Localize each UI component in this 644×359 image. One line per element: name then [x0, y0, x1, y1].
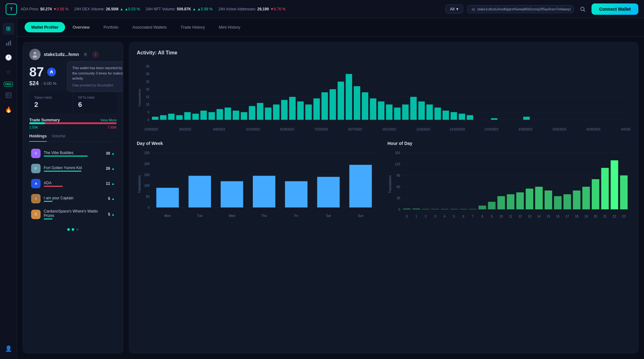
svg-text:250: 250 — [144, 151, 150, 155]
svg-point-9 — [34, 52, 36, 54]
svg-text:30: 30 — [397, 196, 400, 200]
svg-text:2: 2 — [425, 215, 427, 218]
svg-rect-29 — [168, 114, 175, 120]
svg-rect-97 — [156, 188, 179, 207]
connect-wallet-button[interactable]: Connect Wallet — [591, 3, 638, 15]
nft-held-value: 6 — [78, 101, 112, 109]
svg-text:50: 50 — [146, 195, 150, 198]
activity-panel: Activity: All Time 051015202530351/29/20… — [129, 42, 638, 353]
svg-text:14: 14 — [537, 215, 541, 218]
svg-text:Tue: Tue — [197, 214, 203, 218]
wallet-score: 87 — [29, 64, 44, 80]
svg-text:2/18/2023: 2/18/2023 — [518, 128, 532, 131]
tab-associated-wallets[interactable]: Associated Wallets — [126, 22, 173, 32]
svg-text:3/25/2023: 3/25/2023 — [552, 128, 567, 131]
page-dot-2[interactable] — [72, 228, 74, 231]
nav-tabs: Wallet Profiler Overview Portfolio Assoc… — [17, 18, 644, 36]
trade-summary-title: Trade Summary — [29, 118, 60, 122]
pagination-dots — [29, 226, 117, 231]
search-button[interactable] — [578, 4, 588, 14]
svg-text:6: 6 — [463, 215, 464, 218]
svg-text:11: 11 — [509, 215, 513, 218]
svg-text:Mon: Mon — [164, 214, 171, 218]
page-dot-1[interactable] — [67, 228, 70, 231]
list-item[interactable]: C CardanoSpace's Where's Waldo Prizes 5 … — [29, 207, 117, 222]
svg-rect-31 — [184, 112, 191, 120]
list-item[interactable]: V The Vibe Buddies 30 ▲ — [29, 146, 117, 161]
topbar: T ADA Price: $0.274 ▼0.56 % 24H DEX Volu… — [0, 0, 644, 18]
svg-text:3: 3 — [434, 215, 436, 218]
network-selector[interactable]: All ▾ — [445, 4, 463, 14]
svg-rect-146 — [611, 160, 618, 209]
svg-rect-134 — [497, 196, 505, 209]
svg-text:1: 1 — [415, 215, 417, 218]
wallet-price: $24 — [29, 80, 39, 87]
svg-rect-128 — [441, 209, 448, 209]
view-more-link[interactable]: View More — [100, 118, 117, 122]
svg-rect-130 — [460, 209, 467, 209]
svg-text:0: 0 — [398, 208, 400, 211]
svg-rect-138 — [535, 187, 543, 209]
sidebar-item-user[interactable]: 👤 — [3, 343, 14, 355]
tab-portfolio[interactable]: Portfolio — [97, 22, 125, 32]
svg-rect-45 — [297, 102, 304, 120]
page-dot-3[interactable] — [76, 228, 79, 231]
logo-icon[interactable]: T — [6, 3, 17, 15]
score-section: 87 ₳ $24 - 0.00 % This wallet has been r… — [29, 64, 117, 87]
price-change: - 0.00 % — [41, 81, 56, 86]
tab-wallet-profiler[interactable]: Wallet Profiler — [25, 22, 65, 32]
svg-point-10 — [33, 55, 37, 58]
svg-text:5: 5 — [147, 111, 149, 114]
tab-overview[interactable]: Overview — [66, 22, 96, 32]
svg-text:200: 200 — [144, 162, 150, 166]
ada-score-icon: ₳ — [47, 68, 56, 76]
sidebar-item-history[interactable]: 🕐 — [3, 52, 14, 64]
svg-rect-60 — [418, 102, 425, 120]
svg-text:20: 20 — [146, 88, 149, 91]
tooltip-source: Data provided by SecurityBot — [72, 83, 123, 88]
svg-text:17: 17 — [565, 215, 569, 218]
sidebar-item-fire[interactable]: 🔥 — [3, 104, 14, 116]
wallet-header: stake1u8z...femn ⎘ ! — [29, 49, 117, 60]
tab-holdings[interactable]: Holdings — [29, 134, 47, 142]
svg-text:10/1/2022: 10/1/2022 — [382, 128, 397, 131]
tab-trade-history[interactable]: Trade History — [174, 22, 211, 32]
list-item[interactable]: I I am your Captain 5 ▲ — [29, 191, 117, 206]
svg-rect-98 — [188, 176, 211, 207]
svg-text:150: 150 — [395, 151, 400, 155]
svg-text:10: 10 — [146, 103, 149, 106]
tab-volume[interactable]: Volume — [52, 134, 65, 140]
svg-rect-3 — [8, 42, 9, 46]
warning-icon[interactable]: ! — [92, 51, 99, 58]
svg-text:5: 5 — [453, 215, 455, 218]
sidebar-item-grid[interactable]: ⊞ — [3, 23, 14, 35]
svg-text:8: 8 — [481, 215, 483, 218]
svg-text:16: 16 — [556, 215, 560, 218]
token-held-cell: Token Held 2 — [29, 91, 73, 113]
list-item[interactable]: ₳ ADA 11 ▲ — [29, 176, 117, 191]
activity-title: Activity: All Time — [137, 50, 630, 56]
svg-rect-100 — [253, 176, 275, 207]
sidebar-item-chart[interactable] — [3, 37, 14, 49]
svg-rect-37 — [233, 111, 239, 120]
avatar — [29, 49, 41, 60]
svg-rect-132 — [479, 206, 486, 209]
holdings-list: V The Vibe Buddies 30 ▲ F Fort Gotten Yu… — [29, 146, 117, 222]
svg-rect-48 — [321, 92, 328, 120]
tab-mint-history[interactable]: Mint History — [213, 22, 247, 32]
svg-text:Sat: Sat — [326, 214, 331, 218]
svg-text:8/27/2022: 8/27/2022 — [348, 128, 363, 131]
svg-text:23: 23 — [622, 215, 626, 218]
sidebar-item-favorites[interactable]: ☆ — [3, 66, 14, 78]
warning-tooltip: This wallet has been reported by the com… — [67, 61, 123, 92]
wallet-name: stake1u8z...femn — [44, 52, 79, 57]
list-item[interactable]: F Fort Gotten Yummi Kid 26 ▲ — [29, 161, 117, 176]
svg-rect-28 — [160, 115, 167, 120]
svg-text:Sun: Sun — [358, 214, 364, 218]
svg-rect-50 — [338, 82, 344, 120]
svg-rect-32 — [192, 114, 199, 120]
svg-rect-137 — [526, 189, 533, 209]
sidebar-item-table[interactable] — [3, 89, 14, 101]
svg-text:12: 12 — [518, 215, 522, 218]
copy-icon[interactable]: ⎘ — [82, 51, 89, 58]
